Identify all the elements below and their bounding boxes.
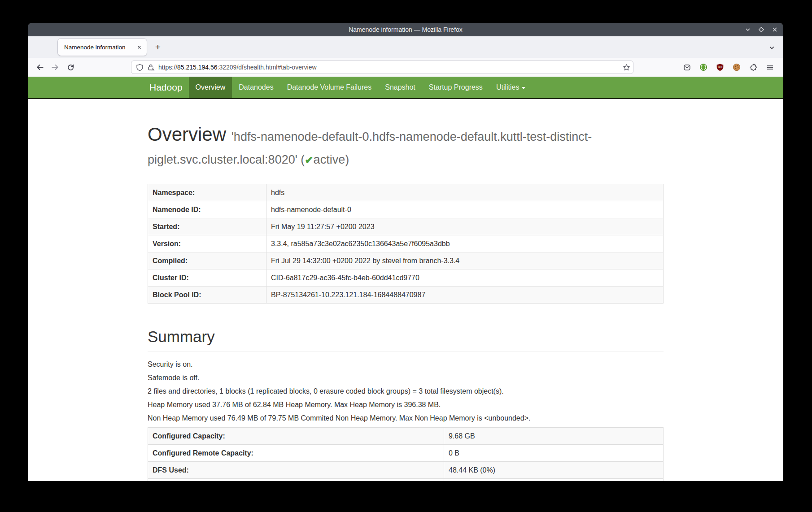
reload-button[interactable] [63,60,78,75]
nav-tab-snapshot[interactable]: Snapshot [378,77,422,98]
shield-icon [136,64,144,71]
url-domain: 85.215.194.56 [177,64,218,71]
nav-tab-startup-progress[interactable]: Startup Progress [422,77,489,98]
url-bar[interactable]: https://85.215.194.56:32209/dfshealth.ht… [131,61,633,74]
pocket-button[interactable] [680,60,694,74]
pocket-icon [683,64,691,71]
window-controls [743,23,780,36]
lock-warning-icon [147,64,155,71]
summary-non-heap-memory: Non Heap Memory used 76.49 MB of 79.75 M… [148,413,664,423]
capacity-table: Configured Capacity:9.68 GB Configured R… [148,427,664,481]
firefox-view-icon [37,43,46,52]
nav-tab-overview[interactable]: Overview [189,77,232,98]
caret-down-icon [522,87,525,89]
close-icon [137,45,142,50]
url-text[interactable]: https://85.215.194.56:32209/dfshealth.ht… [158,64,619,71]
table-row: Block Pool ID:BP-875134261-10.223.121.18… [148,286,664,304]
overview-heading: Overview 'hdfs-namenode-default-0.hdfs-n… [148,124,664,170]
reload-icon [67,64,74,71]
cluster-info-table: Namespace:hdfs Namenode ID:hdfs-namenode… [148,184,664,304]
table-row: Namenode ID:hdfs-namenode-default-0 [148,201,664,218]
check-icon: ✔ [305,154,313,166]
browser-window: Namenode information — Mozilla Firefox N… [28,23,783,481]
chevron-down-icon [745,26,751,33]
app-menu-button[interactable] [763,60,777,74]
cookie-icon [733,63,741,71]
table-row: DFS Used:48.44 KB (0%) [148,462,664,479]
minimize-button[interactable] [743,25,753,35]
divider [148,351,664,351]
maximize-button[interactable] [756,25,766,35]
window-title: Namenode information — Mozilla Firefox [349,26,463,33]
ublock-shield-icon: uO [716,63,724,71]
extension-green-button[interactable] [696,60,711,74]
nav-tab-utilities[interactable]: Utilities [489,77,533,98]
status-label: active [314,153,345,166]
navbar-brand-hadoop[interactable]: Hadoop [148,77,189,98]
forward-button[interactable] [48,60,63,75]
page-content: Overview 'hdfs-namenode-default-0.hdfs-n… [28,99,783,481]
close-icon [772,26,778,33]
bookmark-star-button[interactable] [623,64,630,71]
green-extension-icon [699,63,707,71]
table-row: Configured Remote Capacity:0 B [148,445,664,462]
firefox-view-button[interactable] [34,39,49,55]
tab-title: Namenode information [64,44,134,51]
table-row: Cluster ID:CID-6a817c29-ac36-45fc-b4eb-6… [148,269,664,286]
diamond-icon [758,26,764,33]
tab-namenode-information[interactable]: Namenode information [57,38,147,56]
back-arrow-icon [36,63,44,71]
summary-safemode: Safemode is off. [148,373,664,382]
nav-tab-datanode-volume-failures[interactable]: Datanode Volume Failures [280,77,379,98]
extensions-button[interactable] [746,60,760,74]
table-row: Namespace:hdfs [148,184,664,201]
cookie-extension-button[interactable] [729,60,744,74]
chevron-down-icon [768,44,775,51]
summary-security: Security is on. [148,360,664,369]
site-security-button[interactable] [147,64,155,71]
ublock-origin-button[interactable]: uO [713,60,727,74]
toolbar-extensions-area: uO [680,60,779,74]
table-row: Started:Fri May 19 11:27:57 +0200 2023 [148,218,664,235]
navigation-toolbar: https://85.215.194.56:32209/dfshealth.ht… [28,58,783,77]
forward-arrow-icon [51,63,59,71]
star-icon [623,64,630,71]
window-titlebar: Namenode information — Mozilla Firefox [28,23,783,36]
svg-text:uO: uO [718,65,722,69]
table-row: Compiled:Fri Jul 29 14:32:00 +0200 2022 … [148,252,664,269]
nav-tab-datanodes[interactable]: Datanodes [232,77,280,98]
table-row: Version:3.3.4, ra585a73c3e02ac62350c1366… [148,235,664,252]
summary-heap-memory: Heap Memory used 37.76 MB of 62.84 MB He… [148,400,664,409]
summary-heading: Summary [148,328,664,346]
list-all-tabs-button[interactable] [766,42,777,53]
puzzle-piece-icon [750,64,757,71]
close-window-button[interactable] [770,25,780,35]
back-button[interactable] [32,60,48,75]
firefox-logo-icon [32,25,41,34]
table-row: Configured Capacity:9.68 GB [148,428,664,445]
summary-filesystem-objects: 2 files and directories, 1 blocks (1 rep… [148,386,664,396]
hadoop-navbar: Hadoop Overview Datanodes Datanode Volum… [28,77,783,99]
url-scheme: https:// [158,64,177,71]
tracking-protection-button[interactable] [136,64,144,71]
new-tab-button[interactable]: + [151,40,165,54]
table-row: Non DFS Used:119.56 KB [148,479,664,482]
url-path: :32209/dfshealth.html#tab-overview [218,64,317,71]
tab-bar: Namenode information + [28,36,783,58]
hamburger-menu-icon [766,64,774,71]
tab-close-button[interactable] [134,42,144,52]
